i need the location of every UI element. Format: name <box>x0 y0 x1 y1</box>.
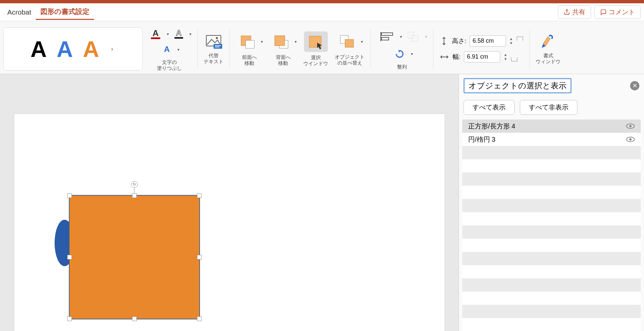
rotation-handle[interactable]: ↻ <box>131 181 138 188</box>
svg-text:A: A <box>164 45 170 54</box>
text-effects-icon: A <box>162 45 172 55</box>
share-icon <box>564 9 570 16</box>
wordart-more-icon[interactable]: › <box>109 45 115 53</box>
object-row-empty: . <box>462 172 641 186</box>
object-list: 正方形/長方形 4 円/楕円 3 . . . . . . . . . . . . <box>462 119 641 331</box>
chevron-down-icon[interactable]: ▾ <box>261 39 263 44</box>
resize-handle-se[interactable] <box>197 316 202 321</box>
separator <box>371 29 371 69</box>
text-fill-button[interactable]: A <box>147 27 164 41</box>
resize-handle-s[interactable] <box>132 316 137 321</box>
text-outline-icon: A <box>173 29 184 39</box>
svg-rect-7 <box>214 44 222 49</box>
format-pane-group[interactable]: 書式 ウィンドウ <box>534 33 563 65</box>
align-icon <box>379 30 395 43</box>
object-row-empty: . <box>462 252 641 265</box>
slide[interactable]: ↻ <box>14 114 445 331</box>
height-input[interactable] <box>470 35 506 47</box>
object-row[interactable]: 正方形/長方形 4 <box>462 119 641 133</box>
wordart-style-1[interactable]: A <box>30 38 47 60</box>
object-row-empty: . <box>462 186 641 199</box>
reorder-group: ▾ オブジェクト の並べ替え <box>333 32 367 66</box>
canvas-area[interactable]: ↻ <box>0 74 459 331</box>
selection-pane-label: 選択 ウインドウ <box>303 55 328 67</box>
width-icon <box>439 53 449 61</box>
align-group: ▾ ▾ ▾ 整列 <box>375 28 429 70</box>
chevron-down-icon[interactable]: ▾ <box>361 39 363 44</box>
resize-handle-w[interactable] <box>67 255 72 260</box>
wordart-gallery[interactable]: A A A › <box>3 27 142 71</box>
bring-forward-icon <box>238 34 256 50</box>
alt-text-label: 代替 テキスト <box>204 53 223 65</box>
close-pane-button[interactable]: ✕ <box>630 81 639 90</box>
svg-rect-17 <box>345 39 354 47</box>
object-row[interactable]: 円/楕円 3 <box>462 133 641 146</box>
svg-rect-22 <box>412 35 418 41</box>
rotate-icon <box>394 49 406 59</box>
tab-shape-format[interactable]: 図形の書式設定 <box>36 4 94 20</box>
comment-label: コメント <box>609 8 635 17</box>
svg-rect-3 <box>174 37 183 39</box>
visibility-toggle[interactable] <box>626 136 635 142</box>
height-spinner[interactable]: ▲▼ <box>509 37 513 45</box>
chevron-down-icon[interactable]: ▾ <box>411 52 413 56</box>
eye-icon <box>626 123 635 129</box>
comment-button[interactable]: コメント <box>594 5 641 19</box>
selection-pane-button[interactable] <box>304 31 328 52</box>
align-button[interactable] <box>377 28 397 45</box>
group-button[interactable] <box>404 29 422 45</box>
object-row-empty: . <box>462 292 641 305</box>
group-icon <box>407 31 420 43</box>
chevron-down-icon[interactable]: ▾ <box>295 39 297 44</box>
text-fill-label: 文字の 塗りつぶし <box>157 59 182 71</box>
object-row-empty: . <box>462 146 641 159</box>
send-backward-group: ▾ 背面へ 移動 <box>268 32 299 66</box>
visibility-toggle[interactable] <box>626 123 635 129</box>
selection-pane-icon <box>307 33 325 50</box>
svg-rect-19 <box>381 33 393 35</box>
width-input[interactable] <box>464 51 500 63</box>
resize-handle-sw[interactable] <box>67 316 72 321</box>
reorder-button[interactable] <box>336 32 358 51</box>
svg-point-24 <box>629 125 632 127</box>
alt-text-group[interactable]: 代替 テキスト <box>202 33 225 65</box>
chevron-down-icon[interactable]: ▾ <box>189 32 191 36</box>
object-row-empty: . <box>462 278 641 292</box>
object-row-empty: . <box>462 225 641 239</box>
send-backward-button[interactable] <box>270 32 292 52</box>
width-spinner[interactable]: ▲▼ <box>504 53 507 61</box>
chevron-down-icon[interactable]: ▾ <box>167 32 169 36</box>
text-outline-button[interactable]: A <box>171 27 187 41</box>
eye-icon <box>626 136 635 142</box>
object-row-empty: . <box>462 159 641 172</box>
share-label: 共有 <box>572 8 585 17</box>
text-effects-button[interactable]: A <box>159 43 175 57</box>
bring-forward-group: ▾ 前面へ 移動 <box>234 32 265 66</box>
hide-all-button[interactable]: すべて非表示 <box>520 100 577 115</box>
svg-rect-20 <box>381 37 389 40</box>
ribbon: A A A › A ▾ A ▾ A ▾ 文字の 塗りつぶし 代替 テキスト <box>0 21 644 74</box>
bring-forward-button[interactable] <box>236 32 258 52</box>
wordart-style-2[interactable]: A <box>57 38 73 60</box>
resize-handle-n[interactable] <box>132 193 137 198</box>
resize-handle-nw[interactable] <box>67 193 72 198</box>
share-button[interactable]: 共有 <box>558 5 591 19</box>
show-all-button[interactable]: すべて表示 <box>464 100 515 115</box>
resize-handle-ne[interactable] <box>197 193 202 198</box>
svg-text:A: A <box>176 29 181 37</box>
chevron-down-icon[interactable]: ▾ <box>425 34 427 39</box>
height-icon <box>439 36 449 46</box>
chevron-down-icon[interactable]: ▾ <box>400 34 402 39</box>
object-row-empty: . <box>462 265 641 278</box>
tab-acrobat[interactable]: Acrobat <box>3 6 36 19</box>
shape-rectangle[interactable]: ↻ <box>69 195 200 319</box>
wordart-style-3[interactable]: A <box>83 38 99 60</box>
width-label: 幅: <box>453 53 461 61</box>
rotate-button[interactable] <box>391 47 408 61</box>
svg-text:A: A <box>153 29 159 38</box>
close-icon: ✕ <box>632 82 637 89</box>
svg-point-26 <box>629 138 632 141</box>
chevron-down-icon[interactable]: ▾ <box>177 47 179 52</box>
svg-rect-11 <box>246 40 254 48</box>
resize-handle-e[interactable] <box>197 255 202 260</box>
